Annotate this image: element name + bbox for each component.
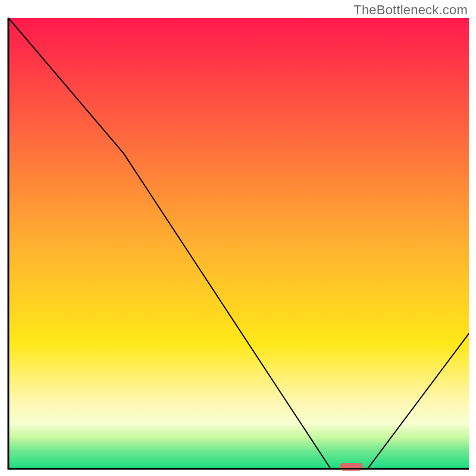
bottleneck-chart (6, 17, 470, 471)
optimal-marker (340, 463, 363, 471)
plot-background (8, 18, 469, 469)
attribution-text: TheBottleneck.com (353, 2, 468, 18)
